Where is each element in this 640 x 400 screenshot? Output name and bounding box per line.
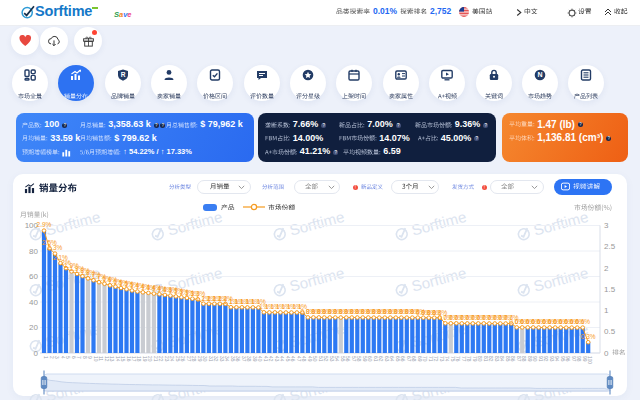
svg-text:20: 20 [29,323,38,332]
svg-text:26: 26 [180,356,185,362]
svg-text:35: 35 [230,356,235,362]
svg-text:40: 40 [29,297,38,306]
svg-text:N: N [537,71,542,78]
svg-text:80: 80 [477,356,482,362]
svg-text:60: 60 [29,272,38,281]
svg-text:59: 59 [362,356,367,362]
svg-text:64: 64 [389,356,394,362]
svg-text:0.5: 0.5 [604,327,616,336]
svg-text:44: 44 [279,356,284,362]
svg-text:74: 74 [444,356,449,362]
svg-text:86: 86 [510,356,515,362]
svg-text:91: 91 [538,356,543,362]
svg-text:1.5: 1.5 [604,284,616,293]
svg-text:98: 98 [576,356,581,362]
svg-text:81: 81 [483,356,488,362]
svg-text:97: 97 [571,356,576,362]
svg-text:94: 94 [554,356,559,362]
svg-text:77: 77 [461,356,466,362]
svg-text:8: 8 [82,356,87,359]
svg-text:62: 62 [378,356,383,362]
svg-text:55: 55 [340,356,345,362]
svg-text:0: 0 [604,348,609,357]
svg-text:83: 83 [494,356,499,362]
svg-text:36: 36 [235,356,240,362]
svg-text:3: 3 [604,221,609,230]
svg-text:19: 19 [142,356,147,362]
svg-text:5: 5 [65,356,70,359]
svg-text:14: 14 [115,356,120,362]
svg-text:R: R [120,71,125,78]
svg-text:43: 43 [274,356,279,362]
svg-text:9: 9 [87,356,92,359]
svg-text:21: 21 [153,356,158,362]
svg-text:76: 76 [455,356,460,362]
svg-text:58: 58 [356,356,361,362]
svg-text:2.3%: 2.3% [48,244,63,251]
svg-text:15: 15 [120,356,125,362]
svg-text:100: 100 [587,356,592,364]
svg-text:0: 0 [34,348,39,357]
svg-text:85: 85 [505,356,510,362]
svg-text:10: 10 [93,356,98,362]
svg-text:16: 16 [126,356,131,362]
svg-text:22: 22 [158,356,163,362]
svg-text:2: 2 [604,263,609,272]
svg-text:69: 69 [417,356,422,362]
svg-text:65: 65 [395,356,400,362]
svg-text:68: 68 [411,356,416,362]
svg-text:31: 31 [208,356,213,362]
svg-text:30: 30 [202,356,207,362]
svg-text:0.3%: 0.3% [581,333,596,340]
svg-text:67: 67 [406,356,411,362]
svg-text:92: 92 [543,356,548,362]
svg-text:1: 1 [604,306,609,315]
svg-text:6: 6 [71,356,76,359]
svg-text:88: 88 [521,356,526,362]
svg-text:56: 56 [345,356,350,362]
svg-text:71: 71 [428,356,433,362]
svg-text:25: 25 [175,356,180,362]
svg-text:96: 96 [565,356,570,362]
svg-text:52: 52 [323,356,328,362]
svg-text:54: 54 [334,356,339,362]
svg-text:13: 13 [109,356,114,362]
svg-text:42: 42 [268,356,273,362]
svg-text:60: 60 [367,356,372,362]
svg-text:89: 89 [527,356,532,362]
svg-text:99: 99 [582,356,587,362]
svg-text:32: 32 [213,356,218,362]
svg-text:47: 47 [296,356,301,362]
svg-text:51: 51 [318,356,323,362]
svg-text:29: 29 [197,356,202,362]
svg-text:39: 39 [252,356,257,362]
svg-text:23: 23 [164,356,169,362]
svg-text:45: 45 [285,356,290,362]
svg-text:95: 95 [560,356,565,362]
svg-text:0.6%: 0.6% [575,318,590,325]
svg-text:63: 63 [384,356,389,362]
svg-text:48: 48 [301,356,306,362]
svg-text:7: 7 [76,356,81,359]
svg-text:20: 20 [147,356,152,362]
svg-text:41: 41 [263,356,268,362]
svg-text:87: 87 [516,356,521,362]
svg-text:2.5: 2.5 [604,242,616,251]
svg-text:28: 28 [191,356,196,362]
svg-text:17: 17 [131,356,136,362]
svg-text:75: 75 [450,356,455,362]
svg-text:73: 73 [439,356,444,362]
svg-text:2.9%: 2.9% [37,221,52,228]
svg-text:1: 1 [43,356,48,359]
svg-text:40: 40 [257,356,262,362]
svg-text:3: 3 [54,356,59,359]
svg-text:4: 4 [60,356,65,359]
svg-text:70: 70 [422,356,427,362]
svg-text:27: 27 [186,356,191,362]
svg-text:2: 2 [49,356,54,359]
svg-text:33: 33 [219,356,224,362]
svg-text:49: 49 [307,356,312,362]
svg-text:90: 90 [532,356,537,362]
svg-text:66: 66 [400,356,405,362]
svg-text:72: 72 [433,356,438,362]
